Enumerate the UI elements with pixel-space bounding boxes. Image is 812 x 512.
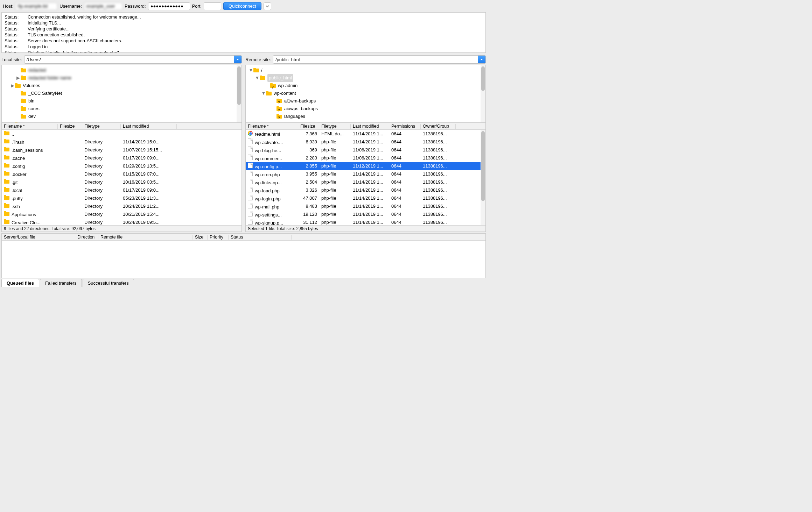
cell-type: Directory	[82, 187, 121, 193]
cell-size: 31,112	[298, 220, 319, 225]
remote-path-dropdown[interactable]	[478, 56, 485, 63]
column-header-name[interactable]: Filename⌃	[2, 124, 58, 129]
file-row[interactable]: .cacheDirectory01/17/2019 09:0...	[2, 154, 241, 162]
file-row[interactable]: Creative Clo...Directory10/24/2019 09:5.…	[2, 218, 241, 225]
column-header-status[interactable]: Status	[229, 235, 292, 240]
disclosure-triangle-icon[interactable]: ▼	[255, 74, 260, 82]
local-columns-header[interactable]: Filename⌃FilesizeFiletypeLast modified	[2, 123, 241, 130]
remote-columns-header[interactable]: Filename⌃FilesizeFiletypeLast modifiedPe…	[246, 123, 485, 130]
tree-item[interactable]: dev	[2, 113, 237, 120]
column-header-mod[interactable]: Last modified	[121, 124, 177, 129]
remote-path-input[interactable]	[273, 56, 478, 63]
column-header-type[interactable]: Filetype	[82, 124, 121, 129]
host-input[interactable]	[15, 2, 57, 10]
tab-failed-transfers[interactable]: Failed transfers	[40, 279, 82, 287]
queue-columns-header[interactable]: Server/Local fileDirectionRemote fileSiz…	[2, 234, 485, 241]
file-icon	[248, 211, 253, 216]
tree-item[interactable]: ▶Volumes	[2, 82, 237, 90]
file-row[interactable]: ApplicationsDirectory10/21/2019 15:4...	[2, 210, 241, 218]
tree-item[interactable]: ▼public_html	[246, 74, 481, 82]
remote-path-combo[interactable]	[273, 55, 486, 64]
column-header-size[interactable]: Filesize	[298, 124, 319, 129]
password-input[interactable]	[148, 2, 190, 10]
tree-item[interactable]: ?wp-admin	[246, 82, 481, 90]
column-header-server[interactable]: Server/Local file	[2, 235, 75, 240]
tree-item[interactable]: ▼/	[246, 66, 481, 74]
username-input[interactable]	[84, 2, 122, 10]
file-row[interactable]: .configDirectory01/29/2019 13:5...	[2, 162, 241, 170]
file-row[interactable]: wp-load.php3,326php-file11/14/2019 1...0…	[246, 186, 481, 194]
remote-directory-tree[interactable]: ▼/▼public_html?wp-admin▼wp-content?ai1wm…	[246, 65, 481, 122]
scroll-thumb[interactable]	[237, 66, 241, 105]
remote-file-list[interactable]: Filename⌃FilesizeFiletypeLast modifiedPe…	[245, 123, 486, 232]
local-tree-scrollbar[interactable]	[237, 65, 241, 122]
cell-perm: 0644	[389, 171, 421, 177]
file-row[interactable]: readme.html7,368HTML do...11/14/2019 1..…	[246, 130, 481, 138]
local-directory-tree[interactable]: redacted▶redacted folder name▶Volumes_CC…	[2, 65, 237, 122]
column-header-remote[interactable]: Remote file	[98, 235, 193, 240]
tree-item[interactable]: bin	[2, 97, 237, 105]
file-row[interactable]: wp-login.php47,007php-file11/14/2019 1..…	[246, 194, 481, 202]
file-row[interactable]: .puttyDirectory05/23/2019 11:3...	[2, 194, 241, 202]
tree-item[interactable]: ?languages	[246, 113, 481, 120]
remote-files-scrollbar[interactable]	[481, 130, 485, 225]
tree-item[interactable]: redacted	[2, 66, 237, 74]
disclosure-triangle-icon[interactable]: ▶	[16, 74, 21, 82]
tab-queued-files[interactable]: Queued files	[1, 279, 39, 287]
cell-mod: 11/06/2019 1...	[351, 147, 389, 152]
quickconnect-dropdown-button[interactable]	[264, 2, 271, 10]
column-header-name[interactable]: Filename⌃	[246, 124, 298, 129]
tree-item[interactable]: ▶redacted folder name	[2, 74, 237, 82]
tree-item[interactable]: ▼wp-content	[246, 90, 481, 97]
local-path-input[interactable]	[24, 56, 234, 63]
sort-asc-icon: ⌃	[22, 125, 25, 128]
tab-successful-transfers[interactable]: Successful transfers	[83, 279, 134, 287]
file-row[interactable]: .gitDirectory10/16/2019 03:5...	[2, 178, 241, 186]
local-file-list[interactable]: Filename⌃FilesizeFiletypeLast modified .…	[1, 123, 242, 232]
port-input[interactable]	[204, 2, 221, 10]
chevron-down-icon	[236, 58, 239, 61]
disclosure-triangle-icon[interactable]: ▼	[248, 66, 253, 74]
file-row[interactable]: .TrashDirectory11/14/2019 15:0...	[2, 138, 241, 146]
local-path-dropdown[interactable]	[234, 56, 241, 63]
file-row[interactable]: ..	[2, 130, 241, 138]
column-header-size[interactable]: Filesize	[58, 124, 82, 129]
column-header-owner[interactable]: Owner/Group	[421, 124, 456, 129]
scroll-thumb[interactable]	[481, 66, 485, 91]
file-row[interactable]: wp-settings...19,120php-file11/14/2019 1…	[246, 210, 481, 218]
tree-item[interactable]: cores	[2, 105, 237, 113]
local-path-combo[interactable]	[24, 55, 242, 64]
tree-item[interactable]: ▶etc	[2, 120, 237, 122]
scroll-thumb[interactable]	[481, 131, 485, 201]
remote-tree-scrollbar[interactable]	[481, 65, 485, 122]
column-header-mod[interactable]: Last modified	[351, 124, 389, 129]
cell-mod: 10/24/2019 09:5...	[121, 220, 177, 225]
tree-item[interactable]: ?ai1wm-backups	[246, 97, 481, 105]
file-row[interactable]: wp-cron.php3,955php-file11/14/2019 1...0…	[246, 170, 481, 178]
file-row[interactable]: wp-mail.php8,483php-file11/14/2019 1...0…	[246, 202, 481, 210]
disclosure-triangle-icon[interactable]: ▼	[261, 90, 266, 97]
column-header-type[interactable]: Filetype	[319, 124, 351, 129]
file-row[interactable]: wp-links-op...2,504php-file11/14/2019 1.…	[246, 178, 481, 186]
disclosure-triangle-icon[interactable]: ▶	[10, 120, 15, 122]
file-row[interactable]: wp-activate....6,939php-file11/14/2019 1…	[246, 138, 481, 146]
tree-item[interactable]: _CCC SafetyNet	[2, 90, 237, 97]
column-header-size[interactable]: Size	[193, 235, 208, 240]
disclosure-triangle-icon[interactable]: ▶	[10, 82, 15, 90]
file-row[interactable]: wp-config.p...2,855php-file11/12/2019 1.…	[246, 162, 481, 170]
file-row[interactable]: .sshDirectory10/24/2019 11:2...	[2, 202, 241, 210]
file-row[interactable]: .bash_sessionsDirectory11/07/2019 15:15.…	[2, 146, 241, 154]
column-header-perm[interactable]: Permissions	[389, 124, 421, 129]
file-row[interactable]: .dockerDirectory01/15/2019 07:0...	[2, 170, 241, 178]
transfer-queue[interactable]: Server/Local fileDirectionRemote fileSiz…	[1, 233, 486, 278]
file-row[interactable]: .localDirectory01/17/2019 09:0...	[2, 186, 241, 194]
file-row[interactable]: wp-blog-he...369php-file11/06/2019 1...0…	[246, 146, 481, 154]
message-log[interactable]: Status:Connection established, waiting f…	[1, 12, 486, 53]
column-header-dir[interactable]: Direction	[75, 235, 98, 240]
column-header-prio[interactable]: Priority	[208, 235, 229, 240]
file-row[interactable]: wp-signup.p...31,112php-file11/14/2019 1…	[246, 218, 481, 225]
file-row[interactable]: wp-commen..2,283php-file11/06/2019 1...0…	[246, 154, 481, 162]
quickconnect-button[interactable]: Quickconnect	[223, 2, 261, 10]
file-icon	[248, 179, 253, 184]
tree-item[interactable]: ?aiowps_backups	[246, 105, 481, 113]
